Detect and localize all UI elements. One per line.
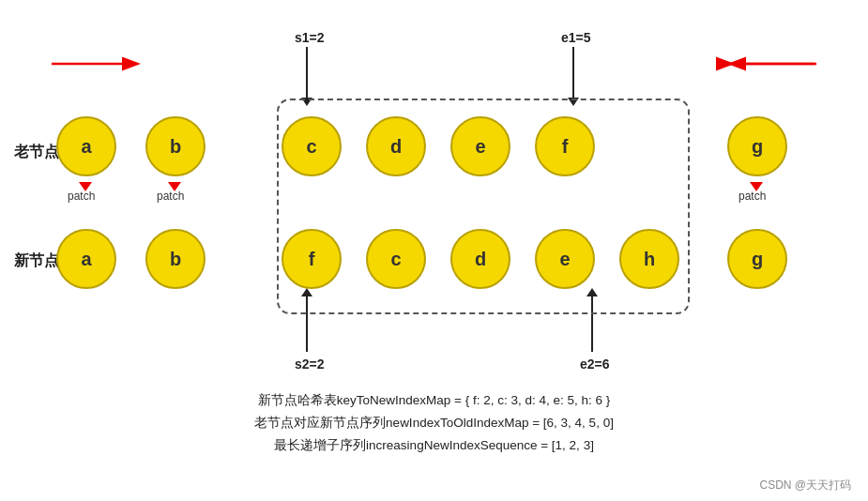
bottom-line-1: 新节点哈希表keyToNewIndexMap = { f: 2, c: 3, d…: [258, 392, 611, 409]
arrow-s1: [306, 47, 308, 99]
new-node-h: h: [619, 229, 679, 289]
watermark: CSDN @天天打码: [759, 478, 851, 493]
label-s1: s1=2: [295, 30, 325, 45]
label-old-row: 老节点: [14, 143, 59, 162]
new-node-c: c: [366, 229, 426, 289]
old-node-f: f: [535, 116, 595, 176]
label-e1: e1=5: [561, 30, 591, 45]
new-node-g: g: [727, 229, 787, 289]
patch-label-g: patch: [739, 190, 766, 203]
old-node-a: a: [56, 116, 116, 176]
bottom-line-3: 最长递增子序列increasingNewIndexSequence = [1, …: [274, 437, 594, 454]
label-e2: e2=6: [580, 357, 610, 372]
new-node-b: b: [145, 229, 206, 289]
diagram-container: s1=2 e1=5 s2=2 e2=6 老节点 新节点 a patch b pa…: [0, 0, 868, 501]
new-node-f: f: [282, 229, 342, 289]
new-node-e: e: [535, 229, 595, 289]
patch-label-b: patch: [157, 190, 184, 203]
arrow-e1: [572, 47, 574, 99]
patch-label-a: patch: [68, 190, 95, 203]
bottom-line-2: 老节点对应新节点序列newIndexToOldIndexMap = [6, 3,…: [254, 415, 614, 432]
old-node-g: g: [727, 116, 787, 176]
old-node-b: b: [145, 116, 206, 176]
label-new-row: 新节点: [14, 251, 59, 271]
new-node-d: d: [450, 229, 510, 289]
old-node-c: c: [282, 116, 342, 176]
new-node-a: a: [56, 229, 116, 289]
label-s2: s2=2: [295, 357, 325, 372]
old-node-d: d: [366, 116, 426, 176]
old-node-e: e: [450, 116, 510, 176]
